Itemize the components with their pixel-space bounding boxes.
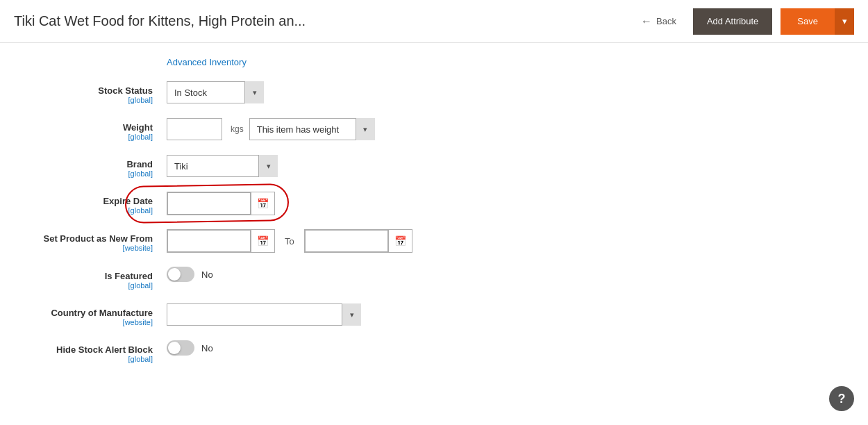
is-featured-toggle-wrapper: No <box>167 267 213 282</box>
brand-select[interactable]: Tiki Other <box>167 155 278 177</box>
country-of-manufacture-row: Country of Manufacture [website] ▾ <box>28 303 840 326</box>
new-to-calendar-icon: 📅 <box>394 235 406 247</box>
brand-row: Brand [global] Tiki Other ▾ <box>28 155 840 178</box>
is-featured-toggle-thumb <box>168 268 181 281</box>
add-attribute-button[interactable]: Add Attribute <box>693 8 772 35</box>
weight-scope: [global] <box>28 133 153 141</box>
expire-date-control: 04/7/2025 📅 <box>167 192 275 215</box>
new-to-calendar-button[interactable]: 📅 <box>388 230 412 252</box>
new-from-calendar-icon: 📅 <box>257 235 269 247</box>
to-label: To <box>285 236 294 247</box>
weight-input[interactable]: 0.01 <box>167 118 222 140</box>
new-from-date-input[interactable] <box>167 230 251 252</box>
expire-date-label-group: Expire Date [global] <box>28 192 167 215</box>
set-product-new-from-scope: [website] <box>28 244 153 252</box>
hide-stock-alert-toggle-wrapper: No <box>167 340 213 356</box>
back-label: Back <box>656 16 676 26</box>
expire-date-row: Expire Date [global] 04/7/2025 📅 <box>28 192 840 215</box>
brand-select-wrapper: Tiki Other ▾ <box>167 155 278 177</box>
weight-label-group: Weight [global] <box>28 118 167 141</box>
expire-date-wrapper: 04/7/2025 📅 <box>167 192 275 215</box>
save-dropdown-button[interactable]: ▾ <box>835 8 854 35</box>
new-from-date-wrapper: 📅 <box>167 229 275 253</box>
weight-unit: kgs <box>231 124 244 134</box>
stock-status-select-wrapper: In Stock Out of Stock ▾ <box>167 81 264 103</box>
stock-status-scope: [global] <box>28 96 153 104</box>
back-button[interactable]: ← Back <box>633 10 685 33</box>
save-button[interactable]: Save <box>781 8 835 35</box>
stock-status-row: Stock Status [global] In Stock Out of St… <box>28 81 840 104</box>
is-featured-label-group: Is Featured [global] <box>28 267 167 290</box>
brand-label-group: Brand [global] <box>28 155 167 178</box>
country-of-manufacture-select-wrapper: ▾ <box>167 303 361 326</box>
new-from-calendar-button[interactable]: 📅 <box>251 230 274 252</box>
is-featured-label: Is Featured <box>28 271 153 281</box>
new-to-date-input[interactable] <box>305 230 388 252</box>
set-product-new-from-label: Set Product as New From <box>28 233 153 244</box>
expire-date-calendar-icon: 📅 <box>257 198 269 209</box>
expire-date-circle-highlight: 04/7/2025 📅 <box>167 192 275 215</box>
is-featured-control: No <box>167 267 213 282</box>
hide-stock-alert-toggle-thumb <box>168 342 181 354</box>
brand-label: Brand <box>28 159 153 169</box>
save-button-group: Save ▾ <box>781 8 854 35</box>
is-featured-toggle-label: No <box>201 269 213 280</box>
hide-stock-alert-toggle[interactable] <box>167 340 194 356</box>
expire-date-scope: [global] <box>28 206 153 215</box>
stock-status-label-group: Stock Status [global] <box>28 81 167 104</box>
weight-type-select-wrapper: This item has weight This item has no we… <box>249 118 375 140</box>
country-of-manufacture-label-group: Country of Manufacture [website] <box>28 303 167 326</box>
brand-scope: [global] <box>28 169 153 178</box>
is-featured-toggle[interactable] <box>167 267 194 282</box>
stock-status-select[interactable]: In Stock Out of Stock <box>167 81 264 103</box>
hide-stock-alert-row: Hide Stock Alert Block [global] No <box>28 340 840 363</box>
country-of-manufacture-label: Country of Manufacture <box>28 308 153 318</box>
page-header: Tiki Cat Wet Food for Kittens, High Prot… <box>0 0 868 43</box>
advanced-inventory-link[interactable]: Advanced Inventory <box>167 57 840 67</box>
page-content: Advanced Inventory Stock Status [global]… <box>0 43 868 405</box>
set-product-new-from-row: Set Product as New From [website] 📅 To 📅 <box>28 229 840 253</box>
expire-date-calendar-button[interactable]: 📅 <box>251 192 274 215</box>
is-featured-row: Is Featured [global] No <box>28 267 840 290</box>
question-mark: ? <box>838 392 846 406</box>
hide-stock-alert-control: No <box>167 340 213 356</box>
weight-control: 0.01 kgs This item has weight This item … <box>167 118 375 140</box>
hide-stock-alert-toggle-label: No <box>201 343 213 353</box>
weight-type-select[interactable]: This item has weight This item has no we… <box>249 118 375 140</box>
page-title: Tiki Cat Wet Food for Kittens, High Prot… <box>14 13 306 29</box>
country-of-manufacture-control: ▾ <box>167 303 361 326</box>
expire-date-input[interactable]: 04/7/2025 <box>167 192 251 215</box>
hide-stock-alert-label: Hide Stock Alert Block <box>28 344 153 355</box>
set-product-new-from-control: 📅 To 📅 <box>167 229 412 253</box>
weight-row: Weight [global] 0.01 kgs This item has w… <box>28 118 840 141</box>
header-actions: ← Back Add Attribute Save ▾ <box>633 8 854 35</box>
hide-stock-alert-label-group: Hide Stock Alert Block [global] <box>28 340 167 363</box>
country-of-manufacture-select[interactable] <box>167 303 361 326</box>
country-of-manufacture-scope: [website] <box>28 318 153 326</box>
stock-status-control: In Stock Out of Stock ▾ <box>167 81 264 103</box>
brand-control: Tiki Other ▾ <box>167 155 278 177</box>
is-featured-scope: [global] <box>28 281 153 290</box>
new-to-date-wrapper: 📅 <box>304 229 412 253</box>
stock-status-label: Stock Status <box>28 85 153 96</box>
back-arrow-icon: ← <box>641 15 652 28</box>
save-dropdown-icon: ▾ <box>842 16 847 26</box>
hide-stock-alert-scope: [global] <box>28 355 153 363</box>
weight-label: Weight <box>28 122 153 133</box>
expire-date-label: Expire Date <box>28 196 153 206</box>
set-product-new-from-label-group: Set Product as New From [website] <box>28 229 167 252</box>
